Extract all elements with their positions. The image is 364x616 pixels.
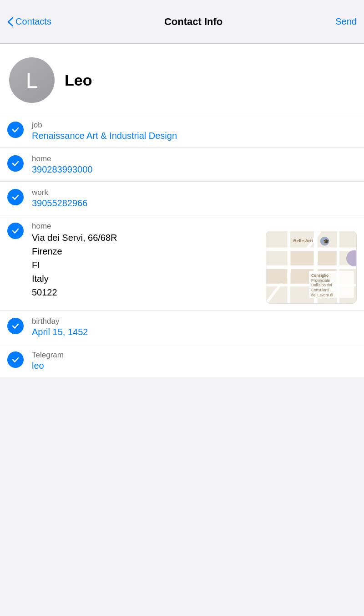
telegram-label: Telegram (32, 351, 357, 360)
checkmark-icon (11, 355, 20, 364)
map-svg: Belle Arti 🎓 Consiglio Provinciale Dell'… (266, 231, 356, 303)
svg-text:Belle Arti: Belle Arti (293, 238, 313, 243)
job-field-content: job Renaissance Art & Industrial Design (32, 121, 357, 141)
job-check-circle[interactable] (7, 122, 24, 138)
checkmark-icon (11, 226, 20, 235)
job-label: job (32, 121, 357, 130)
telegram-value[interactable]: leo (32, 361, 357, 371)
map-thumbnail[interactable]: Belle Arti 🎓 Consiglio Provinciale Dell'… (266, 231, 357, 304)
job-field-row: job Renaissance Art & Industrial Design (0, 114, 364, 148)
address-province: FI (32, 258, 261, 272)
birthday-field-content: birthday April 15, 1452 (32, 317, 357, 337)
work-phone-field-content: work 39055282966 (32, 188, 357, 209)
address-postal: 50122 (32, 285, 261, 299)
address-content: home Via dei Servi, 66/68R Firenze FI It… (32, 222, 357, 304)
address-label: home (32, 222, 51, 230)
birthday-value[interactable]: April 15, 1452 (32, 327, 357, 337)
work-phone-value[interactable]: 39055282966 (32, 198, 357, 209)
profile-header: L Leo (0, 44, 364, 114)
address-check-circle[interactable] (7, 223, 24, 239)
svg-text:🎓: 🎓 (323, 238, 329, 244)
home-phone-value[interactable]: 390283993000 (32, 164, 357, 175)
address-country: Italy (32, 272, 261, 285)
birthday-check-circle[interactable] (7, 318, 24, 334)
send-button[interactable]: Send (335, 16, 357, 27)
page-title: Contact Info (164, 16, 222, 28)
contact-name: Leo (65, 71, 92, 89)
birthday-field-row: birthday April 15, 1452 (0, 311, 364, 344)
work-phone-check-circle[interactable] (7, 189, 24, 205)
checkmark-icon (11, 193, 20, 202)
home-phone-label: home (32, 154, 357, 163)
chevron-left-icon (7, 17, 14, 27)
navigation-bar: Contacts Contact Info Send (0, 0, 364, 44)
telegram-check-circle[interactable] (7, 351, 24, 368)
address-field-row: home Via dei Servi, 66/68R Firenze FI It… (0, 215, 364, 311)
address-street: Via dei Servi, 66/68R (32, 231, 261, 244)
back-button[interactable]: Contacts (7, 16, 51, 27)
birthday-label: birthday (32, 317, 357, 326)
checkmark-icon (11, 321, 20, 331)
home-phone-field-row: home 390283993000 (0, 148, 364, 182)
svg-text:Consiglio: Consiglio (311, 273, 329, 278)
fields-section: job Renaissance Art & Industrial Design … (0, 114, 364, 377)
checkmark-icon (11, 125, 20, 134)
svg-text:del Lavoro di: del Lavoro di (311, 293, 333, 297)
avatar-initial: L (26, 68, 38, 93)
address-lines: Via dei Servi, 66/68R Firenze FI Italy 5… (32, 231, 357, 304)
address-city: Firenze (32, 244, 261, 258)
checkmark-icon (11, 159, 20, 168)
svg-text:Dell'albo dei: Dell'albo dei (311, 283, 332, 287)
job-value[interactable]: Renaissance Art & Industrial Design (32, 131, 357, 141)
home-phone-field-content: home 390283993000 (32, 154, 357, 175)
address-text-block: Via dei Servi, 66/68R Firenze FI Italy 5… (32, 231, 266, 299)
avatar: L (9, 57, 55, 103)
svg-text:Provinciale: Provinciale (311, 278, 330, 283)
work-phone-label: work (32, 188, 357, 197)
home-phone-check-circle[interactable] (7, 155, 24, 172)
svg-rect-9 (318, 251, 336, 265)
telegram-field-row: Telegram leo (0, 344, 364, 377)
content-area: L Leo job Renaissance Art & Industrial D… (0, 44, 364, 377)
back-label: Contacts (15, 16, 51, 27)
svg-rect-12 (266, 269, 287, 284)
svg-text:Consulenti: Consulenti (311, 288, 329, 292)
svg-rect-8 (291, 251, 313, 265)
work-phone-field-row: work 39055282966 (0, 182, 364, 215)
telegram-field-content: Telegram leo (32, 351, 357, 371)
